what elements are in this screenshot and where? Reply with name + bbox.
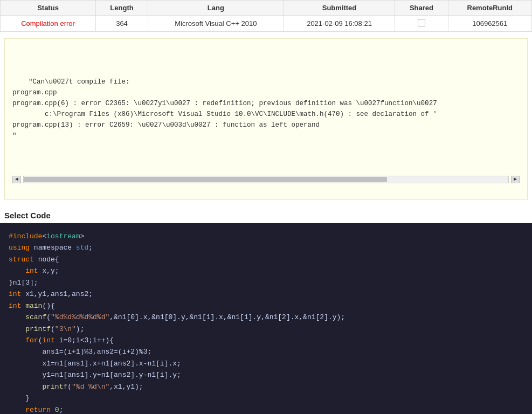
col-header-submitted: Submitted xyxy=(284,1,395,16)
error-box: "Can\u0027t compile file: program.cpp pr… xyxy=(4,38,528,200)
code-line-14: printf("%d %d\n",x1,y1); xyxy=(9,383,143,391)
code-line-16: return 0; xyxy=(9,406,63,414)
col-header-lang: Lang xyxy=(148,1,284,16)
col-header-shared: Shared xyxy=(395,1,448,16)
code-line-8: scanf("%d%d%d%d%d%d",&n1[0].x,&n1[0].y,&… xyxy=(9,313,345,321)
cell-lang: Microsoft Visual C++ 2010 xyxy=(148,16,284,32)
table-row: Compilation error 364 Microsoft Visual C… xyxy=(1,16,532,32)
error-content: "Can\u0027t compile file: program.cpp pr… xyxy=(12,66,520,152)
scroll-right-arrow[interactable]: ▶ xyxy=(511,176,520,183)
col-header-status: Status xyxy=(1,1,96,16)
horizontal-scrollbar[interactable]: ◀ ▶ xyxy=(12,176,520,183)
shared-checkbox[interactable] xyxy=(418,19,425,26)
select-code-heading: Select Code xyxy=(0,206,532,223)
code-line-11: ans1=(i+1)%3,ans2=(i+2)%3; xyxy=(9,348,151,356)
error-line-5: program.cpp(13) : error C2659: \u0027\u0… xyxy=(12,121,320,129)
error-line-6: " xyxy=(12,132,17,140)
cell-submitted: 2021-02-09 16:08:21 xyxy=(284,16,395,32)
code-line-4: int x,y; xyxy=(9,267,59,275)
code-line-15: } xyxy=(9,394,30,402)
cell-status: Compilation error xyxy=(1,16,96,32)
cell-remoterunid: 106962561 xyxy=(448,16,531,32)
code-line-3: struct node{ xyxy=(9,256,59,264)
col-header-length: Length xyxy=(96,1,148,16)
code-line-9: printf("3\n"); xyxy=(9,325,84,333)
cell-shared xyxy=(395,16,448,32)
table-container: Status Length Lang Submitted Shared Remo… xyxy=(0,0,532,32)
code-line-12: x1=n1[ans1].x+n1[ans2].x-n1[i].x; xyxy=(9,360,181,368)
col-header-remoterunid: RemoteRunId xyxy=(448,1,531,16)
code-line-5: }n1[3]; xyxy=(9,279,38,287)
error-line-1: "Can\u0027t compile file: xyxy=(29,78,130,86)
code-line-1: #include<iostream> xyxy=(9,232,84,240)
scrollbar-thumb xyxy=(24,177,387,182)
code-line-2: using namespace std; xyxy=(9,244,93,252)
code-line-7: int main(){ xyxy=(9,302,55,310)
error-line-4: c:\Program Files (x86)\Microsoft Visual … xyxy=(12,111,437,118)
code-line-6: int x1,y1,ans1,ans2; xyxy=(9,290,93,298)
error-line-3: program.cpp(6) : error C2365: \u0027y1\u… xyxy=(12,100,437,107)
code-block: #include<iostream> using namespace std; … xyxy=(0,223,532,414)
error-line-2: program.cpp xyxy=(12,89,57,96)
code-line-13: y1=n1[ans1].y+n1[ans2].y-n1[i].y; xyxy=(9,371,181,379)
scrollbar-track[interactable] xyxy=(23,176,509,183)
submissions-table: Status Length Lang Submitted Shared Remo… xyxy=(0,0,532,32)
scroll-left-arrow[interactable]: ◀ xyxy=(12,176,21,183)
code-line-10: for(int i=0;i<3;i++){ xyxy=(9,336,114,344)
cell-length: 364 xyxy=(96,16,148,32)
